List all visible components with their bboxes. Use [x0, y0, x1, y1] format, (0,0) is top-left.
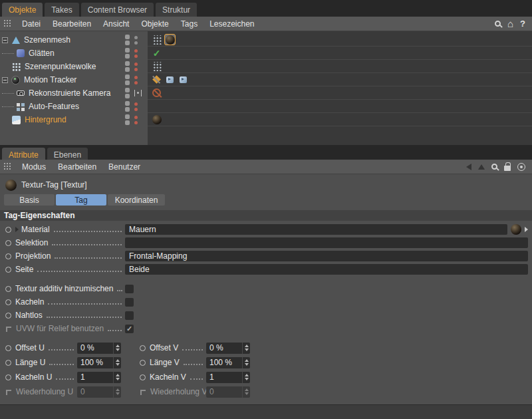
- visibility-dots[interactable]: [134, 49, 138, 58]
- spinner-icon[interactable]: [242, 386, 250, 398]
- visibility-dots[interactable]: [134, 36, 138, 45]
- object-row-glaetten[interactable]: Glätten: [0, 47, 532, 60]
- object-row-szenenmesh[interactable]: Szenenmesh: [0, 33, 532, 47]
- material-field[interactable]: Mauern: [125, 224, 507, 235]
- menu-objekte[interactable]: Objekte: [135, 19, 174, 29]
- home-icon[interactable]: ⌂: [507, 19, 513, 29]
- layer-toggle-icons[interactable]: [125, 101, 130, 112]
- laenge-u-input[interactable]: 100 %: [77, 357, 121, 368]
- object-row-szenenpunktewolke[interactable]: Szenenpunktewolke: [0, 60, 532, 73]
- object-label[interactable]: Szenenpunktewolke: [25, 62, 96, 71]
- collapse-expander-icon[interactable]: [2, 77, 8, 83]
- menu-ansicht[interactable]: Ansicht: [97, 19, 135, 29]
- object-label[interactable]: Motion Tracker: [24, 75, 76, 84]
- tab-koordinaten[interactable]: Koordinaten: [108, 194, 165, 206]
- layer-toggle-icons[interactable]: [125, 35, 130, 45]
- kacheln-v-input[interactable]: 1: [206, 372, 250, 383]
- spinner-icon[interactable]: [113, 372, 121, 383]
- collapse-expander-icon[interactable]: [2, 37, 8, 43]
- texture-tag-icon[interactable]: [151, 114, 162, 125]
- target-icon[interactable]: [517, 163, 525, 171]
- tab-struktur[interactable]: Struktur: [156, 3, 197, 17]
- navigate-up-icon[interactable]: [478, 164, 485, 170]
- kacheln-u-input[interactable]: 1: [77, 372, 121, 383]
- keyframe-circle-icon[interactable]: [5, 299, 11, 305]
- material-preview-icon[interactable]: [511, 224, 521, 235]
- layer-toggle-icons[interactable]: [125, 61, 130, 72]
- layer-toggle-icons[interactable]: [125, 88, 130, 98]
- layer-toggle-icons[interactable]: [125, 114, 130, 125]
- seite-dropdown[interactable]: Beide: [125, 264, 528, 275]
- disabled-sign-tag-icon[interactable]: [151, 87, 162, 98]
- visibility-dots[interactable]: [134, 63, 138, 71]
- wiederholung-v-input[interactable]: 0: [206, 386, 250, 398]
- camera-link-toggle-icon[interactable]: [134, 90, 142, 96]
- selektion-field[interactable]: [125, 237, 528, 248]
- tab-content-browser[interactable]: Content Browser: [81, 3, 154, 17]
- keyframe-circle-icon[interactable]: [5, 286, 11, 292]
- visibility-dots[interactable]: [134, 102, 138, 111]
- palette-grip-icon[interactable]: [3, 19, 12, 28]
- object-row-auto-features[interactable]: Auto-Features: [0, 100, 532, 113]
- object-label[interactable]: Auto-Features: [29, 102, 79, 111]
- object-row-hintergrund[interactable]: Hintergrund: [0, 113, 532, 126]
- visibility-dots[interactable]: [134, 76, 138, 84]
- kacheln-checkbox[interactable]: [125, 298, 134, 307]
- laenge-v-input[interactable]: 100 %: [206, 357, 250, 368]
- menu-datei[interactable]: Datei: [16, 19, 47, 29]
- tab-takes[interactable]: Takes: [45, 3, 78, 17]
- history-back-icon[interactable]: [466, 164, 471, 170]
- keyframe-circle-icon[interactable]: [5, 240, 11, 246]
- camera-solve-tag-icon[interactable]: [178, 74, 189, 85]
- keyframe-circle-icon[interactable]: [140, 345, 146, 351]
- keyframe-circle-icon[interactable]: [5, 345, 11, 351]
- offset-v-input[interactable]: 0 %: [206, 343, 250, 354]
- menu-modus[interactable]: Modus: [16, 162, 52, 172]
- spinner-icon[interactable]: [113, 357, 121, 368]
- tab-objekte[interactable]: Objekte: [2, 3, 43, 17]
- additiv-checkbox[interactable]: [125, 285, 134, 293]
- points-tag-icon[interactable]: [151, 34, 162, 45]
- search-icon[interactable]: [495, 21, 501, 27]
- camera-solve-tag-icon[interactable]: [164, 74, 176, 85]
- offset-u-input[interactable]: 0 %: [77, 343, 121, 354]
- lock-icon[interactable]: [504, 166, 511, 171]
- tab-tag[interactable]: Tag: [56, 194, 106, 206]
- object-label[interactable]: Glätten: [29, 49, 55, 58]
- menu-tags[interactable]: Tags: [175, 19, 203, 29]
- help-icon[interactable]: ?: [520, 19, 525, 28]
- check-tag-icon[interactable]: [151, 47, 162, 59]
- layer-toggle-icons[interactable]: [125, 74, 130, 85]
- expand-arrow-icon[interactable]: [15, 227, 19, 232]
- spinner-icon[interactable]: [242, 372, 250, 383]
- palette-grip-icon[interactable]: [3, 162, 12, 171]
- spinner-icon[interactable]: [113, 343, 121, 354]
- keyframe-circle-icon[interactable]: [5, 253, 11, 259]
- keyframe-circle-icon[interactable]: [140, 374, 146, 380]
- object-label[interactable]: Rekonstruierte Kamera: [29, 88, 110, 98]
- object-label[interactable]: Hintergrund: [25, 115, 66, 124]
- menu-bearbeiten[interactable]: Bearbeiten: [52, 162, 102, 172]
- keyframe-circle-icon[interactable]: [5, 227, 11, 233]
- layer-toggle-icons[interactable]: [125, 48, 130, 59]
- object-row-motion-tracker[interactable]: Motion Tracker: [0, 73, 532, 86]
- tab-basis[interactable]: Basis: [4, 194, 55, 206]
- tracker-marker-tag-icon[interactable]: [151, 74, 162, 85]
- search-icon[interactable]: [491, 164, 497, 170]
- texture-tag-selected-icon[interactable]: [164, 34, 176, 45]
- keyframe-circle-icon[interactable]: [5, 313, 11, 319]
- wiederholung-u-input[interactable]: 0: [77, 386, 121, 398]
- uvw-relief-checkbox[interactable]: ✓: [125, 325, 134, 333]
- spinner-icon[interactable]: [242, 343, 250, 354]
- keyframe-circle-icon[interactable]: [5, 374, 11, 380]
- spinner-icon[interactable]: [242, 357, 250, 368]
- menu-lesezeichen[interactable]: Lesezeichen: [203, 19, 260, 29]
- nahtlos-checkbox[interactable]: [125, 311, 134, 320]
- object-label[interactable]: Szenenmesh: [24, 35, 70, 45]
- spinner-icon[interactable]: [113, 386, 121, 398]
- projektion-dropdown[interactable]: Frontal-Mapping: [125, 251, 528, 261]
- menu-bearbeiten[interactable]: Bearbeiten: [47, 19, 97, 29]
- object-row-rekonstruierte-kamera[interactable]: Rekonstruierte Kamera: [0, 86, 532, 100]
- material-picker-arrow-icon[interactable]: [525, 227, 528, 232]
- visibility-dots[interactable]: [134, 116, 138, 124]
